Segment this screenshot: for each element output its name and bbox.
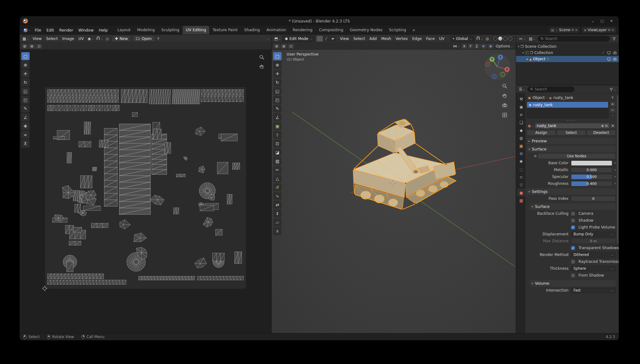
uv-tool-move[interactable]: ✛ — [21, 70, 30, 78]
outliner-row-collection[interactable]: ▾ ✓ ❒ Collection ✓ — [516, 50, 619, 56]
viewport-tool-spin[interactable]: ↺ — [273, 183, 282, 191]
edge-select-button[interactable]: ╱ — [323, 36, 329, 42]
viewport-tool-cursor[interactable]: ⊕ — [273, 61, 282, 69]
wireframe-shading-icon[interactable] — [493, 37, 497, 41]
material-name-field[interactable]: rusty_tank ◈ ⧉ — [535, 123, 610, 129]
image-slot-icon[interactable]: ▤ — [29, 44, 35, 49]
viewport-menu-mesh[interactable]: Mesh — [379, 36, 393, 42]
editor-type-button[interactable]: ☰⌄ — [518, 86, 526, 92]
vertex-select-button[interactable]: ◦ — [317, 36, 323, 42]
deselect-button[interactable]: Deselect — [587, 130, 616, 135]
animate-dot-icon[interactable] — [614, 162, 616, 164]
browse-material-icon[interactable]: ◉⌄ — [527, 123, 535, 129]
exclude-checkbox[interactable]: ✓ — [525, 51, 529, 55]
new-scene-icon[interactable]: ⧉ — [572, 28, 574, 32]
filter-icon[interactable]: ⌄ — [608, 87, 617, 92]
properties-tab-tool[interactable]: ⚒ — [517, 95, 525, 103]
properties-search-input[interactable] — [535, 87, 572, 91]
properties-tab-scene[interactable]: ◆ — [517, 126, 525, 134]
xray-toggle-icon[interactable]: ◫ — [288, 44, 294, 49]
uv-tool-measure[interactable]: ∠ — [21, 113, 30, 121]
uv-tool-rotate[interactable]: ↻ — [21, 78, 30, 86]
display-mode-icon[interactable]: ▤⌄ — [528, 36, 536, 42]
uv-tool-pin[interactable]: ⊼ — [21, 140, 30, 148]
viewport-menu-edge[interactable]: Edge — [410, 36, 424, 42]
properties-tab-particles[interactable]: ✱ — [517, 158, 525, 165]
menu-edit[interactable]: Edit — [44, 27, 57, 33]
animate-dot-icon[interactable] — [614, 176, 616, 177]
render-method-dropdown[interactable]: Dithered ⌄ — [571, 252, 616, 258]
uv-tool-cursor[interactable]: ⊕ — [21, 61, 30, 69]
thickness-dropdown[interactable]: Sphere ⌄ — [571, 266, 616, 271]
uv-menu-image[interactable]: Image — [60, 36, 76, 42]
uv-tool-grab[interactable]: ✥ — [21, 122, 30, 130]
viewport-tool-rip-region[interactable]: ⋔ — [273, 227, 282, 235]
disclosure-icon[interactable]: ▾ — [522, 51, 524, 54]
scene-selector[interactable]: ▤ ⌄ Scene ⧉ ✕ — [549, 27, 580, 33]
viewport-menu-select[interactable]: Select — [351, 36, 367, 42]
surface-panel-header[interactable]: ▾ Surface — [527, 146, 616, 152]
properties-tab-object[interactable]: ▣ — [517, 142, 525, 150]
uv-menu-view[interactable]: View — [30, 36, 44, 42]
zoom-icon[interactable] — [259, 55, 264, 60]
filter-icon[interactable] — [611, 36, 617, 41]
uv-map-canvas[interactable] — [45, 87, 246, 289]
viewport-tool-annotate[interactable]: ✎ — [273, 105, 282, 113]
surface-settings-panel-header[interactable]: ▾ Surface — [530, 203, 616, 210]
selectable-checkbox[interactable]: ✓ — [601, 51, 605, 55]
animate-dot-icon[interactable] — [614, 169, 616, 170]
header-overflow-icon[interactable]: ⌄ — [267, 37, 269, 40]
camera-view-icon[interactable] — [502, 103, 507, 108]
pass-index-field[interactable]: 0 — [571, 196, 616, 201]
blender-menu-button[interactable]: ⌄ — [22, 27, 32, 33]
workspace-tab-modeling[interactable]: Modeling — [134, 26, 158, 34]
pivot-point-button[interactable]: ◉⌄ — [86, 36, 95, 42]
base-color-swatch[interactable] — [571, 160, 612, 166]
backface-shadow-checkbox[interactable] — [571, 219, 575, 223]
use-nodes-button[interactable]: Use Nodes — [538, 153, 616, 159]
disable-render-icon[interactable] — [613, 51, 617, 55]
slot-specials-icon[interactable]: ⌄ — [612, 113, 614, 116]
viewport-menu-view[interactable]: View — [338, 36, 351, 42]
viewport-tool-shrink-fatten[interactable]: ⇕ — [273, 209, 282, 218]
select-button[interactable]: Select — [557, 130, 586, 135]
max-distance-field[interactable]: 0 m — [571, 239, 616, 244]
viewport-tool-move[interactable]: ✛ — [273, 70, 282, 78]
viewport-menu-face[interactable]: Face — [424, 36, 437, 42]
uv-menu-select[interactable]: Select — [44, 36, 60, 42]
viewlayer-selector[interactable]: ≣ ViewLayer ⧉ ✕ — [582, 27, 616, 33]
mirror-z-button[interactable]: Z — [474, 44, 480, 49]
material-slot-list[interactable]: ◉ rusty_tank — [527, 101, 608, 118]
disable-render-icon[interactable] — [613, 57, 617, 61]
hide-viewport-icon[interactable] — [607, 51, 611, 55]
workspace-tab-compositing[interactable]: Compositing — [316, 26, 347, 34]
assign-button[interactable]: Assign — [527, 130, 556, 135]
add-workspace-button[interactable]: + — [410, 27, 418, 34]
viewport-tool-knife[interactable]: ✂ — [273, 166, 282, 174]
from-shadow-checkbox[interactable] — [571, 273, 575, 278]
viewport-tool-poly-build[interactable]: △ — [273, 175, 282, 183]
close-button[interactable]: ✕ — [607, 18, 616, 24]
pan-hand-icon[interactable] — [259, 64, 264, 69]
workspace-tab-geometry-nodes[interactable]: Geometry Nodes — [347, 26, 386, 34]
properties-tab-output[interactable]: ≡ — [517, 111, 525, 118]
breadcrumb-material[interactable]: rusty_tank — [554, 96, 574, 100]
preview-panel-header[interactable]: ▸ Preview — [527, 138, 616, 144]
uv-tool-scale[interactable]: ◱ — [21, 87, 30, 95]
menu-file[interactable]: File — [32, 27, 44, 33]
snapping-magnet-icon[interactable]: ⌄ — [95, 36, 104, 41]
add-slot-button[interactable]: + — [610, 101, 616, 107]
menu-help[interactable]: Help — [96, 27, 110, 33]
material-slot-active[interactable]: ◉ rusty_tank — [527, 102, 608, 108]
menu-window[interactable]: Window — [76, 27, 96, 33]
workspace-tab-animation[interactable]: Animation — [263, 26, 289, 34]
properties-tab-physics[interactable]: ◌ — [517, 165, 525, 173]
roughness-slider[interactable]: 0.400 — [571, 181, 612, 186]
minimize-button[interactable]: ⌄ — [588, 18, 597, 24]
workspace-tab-rendering[interactable]: Rendering — [290, 26, 316, 34]
workspace-tab-uv-editing[interactable]: UV Editing — [183, 26, 209, 34]
uv-tool-annotate[interactable]: ✎ — [21, 105, 30, 113]
orthographic-toggle-icon[interactable] — [502, 112, 507, 118]
solid-shading-icon[interactable] — [498, 37, 502, 41]
options-dropdown[interactable]: Options⌄ — [495, 43, 514, 49]
